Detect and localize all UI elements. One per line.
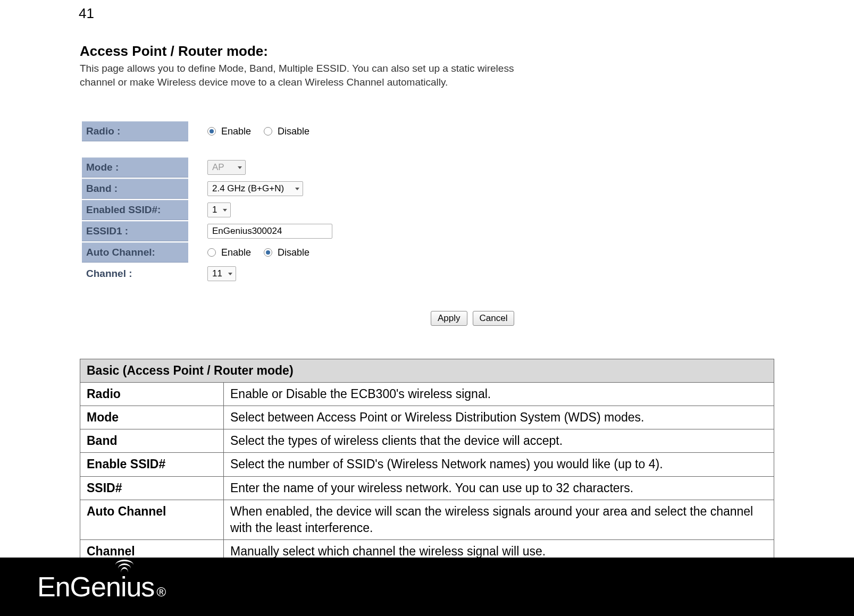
auto-channel-disable-text: Disable: [278, 247, 309, 258]
auto-channel-enable-option[interactable]: [207, 248, 216, 257]
section-title: Access Point / Router mode:: [80, 43, 798, 60]
brand-logo: EnGenius®: [37, 571, 165, 603]
table-row: Auto ChannelWhen enabled, the device wil…: [80, 500, 774, 539]
row-label: Mode: [80, 406, 224, 429]
essid1-input[interactable]: EnGenius300024: [207, 224, 332, 239]
row-label: SSID#: [80, 476, 224, 500]
table-header: Basic (Access Point / Router mode): [80, 359, 774, 383]
row-desc: When enabled, the device will scan the w…: [224, 500, 774, 539]
radio-enable-text: Enable: [221, 126, 251, 137]
radio-enable-option[interactable]: [207, 127, 216, 136]
table-row: RadioEnable or Disable the ECB300's wire…: [80, 383, 774, 406]
row-desc: Select the number of SSID's (Wireless Ne…: [224, 453, 774, 476]
channel-label: Channel :: [82, 264, 188, 284]
channel-select[interactable]: 11: [207, 266, 236, 281]
mode-select[interactable]: AP: [207, 160, 246, 175]
enabled-ssid-label: Enabled SSID#:: [82, 200, 188, 220]
table-row: BandSelect the types of wireless clients…: [80, 429, 774, 453]
band-label: Band :: [82, 179, 188, 199]
row-desc: Enable or Disable the ECB300's wireless …: [224, 383, 774, 406]
auto-channel-enable-text: Enable: [221, 247, 251, 258]
row-desc: Select the types of wireless clients tha…: [224, 429, 774, 453]
row-label: Enable SSID#: [80, 453, 224, 476]
cancel-button[interactable]: Cancel: [473, 311, 515, 326]
row-desc: Select between Access Point or Wireless …: [224, 406, 774, 429]
apply-button[interactable]: Apply: [431, 311, 467, 326]
band-select[interactable]: 2.4 GHz (B+G+N): [207, 181, 303, 196]
config-form: Radio : Enable Disable Mode : AP Band : …: [82, 121, 798, 284]
table-row: SSID#Enter the name of your wireless net…: [80, 476, 774, 500]
intro-text: This page allows you to define Mode, Ban…: [80, 62, 526, 89]
radio-label: Radio :: [82, 121, 188, 141]
page-number: 41: [79, 5, 798, 22]
auto-channel-disable-option[interactable]: [264, 248, 272, 257]
mode-label: Mode :: [82, 157, 188, 178]
enabled-ssid-select[interactable]: 1: [207, 202, 231, 217]
footer: EnGenius®: [0, 558, 854, 616]
essid1-label: ESSID1 :: [82, 221, 188, 241]
row-label: Radio: [80, 383, 224, 406]
radio-disable-option[interactable]: [264, 127, 272, 136]
radio-disable-text: Disable: [278, 126, 309, 137]
auto-channel-label: Auto Channel:: [82, 242, 188, 263]
table-row: Enable SSID#Select the number of SSID's …: [80, 453, 774, 476]
table-row: ModeSelect between Access Point or Wirel…: [80, 406, 774, 429]
row-label: Band: [80, 429, 224, 453]
description-table: Basic (Access Point / Router mode) Radio…: [80, 359, 774, 563]
row-label: Auto Channel: [80, 500, 224, 539]
row-desc: Enter the name of your wireless network.…: [224, 476, 774, 500]
